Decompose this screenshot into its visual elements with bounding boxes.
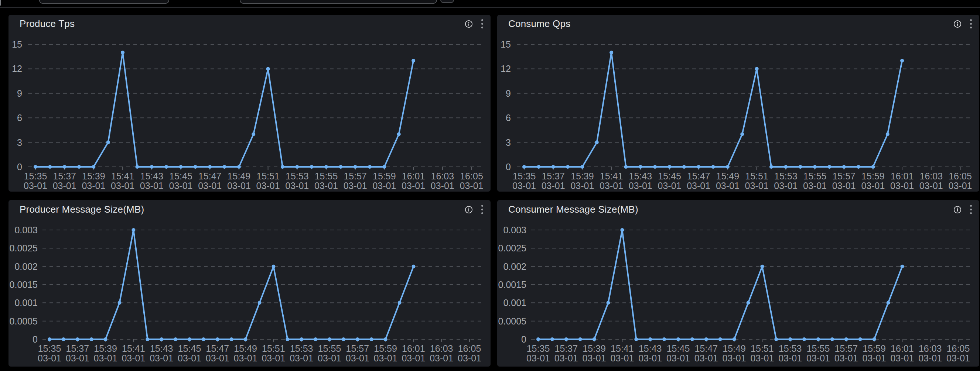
data-point <box>760 265 764 268</box>
data-point <box>216 338 220 341</box>
data-point <box>382 165 386 169</box>
info-icon[interactable] <box>953 206 961 214</box>
data-point <box>705 338 708 341</box>
x-axis-time-label: 15:59 <box>374 343 397 354</box>
x-axis-date-label: 03-01 <box>82 181 105 191</box>
data-point <box>634 338 638 341</box>
data-point <box>272 265 275 268</box>
data-point <box>310 165 313 169</box>
data-point <box>412 59 415 62</box>
y-axis-label: 15 <box>501 39 511 49</box>
x-axis-time-label: 15:59 <box>862 343 886 354</box>
x-axis-date-label: 03-01 <box>401 353 425 363</box>
x-axis-time-label: 15:53 <box>774 171 797 181</box>
x-axis-time-label: 15:59 <box>861 171 885 181</box>
x-axis-time-label: 15:39 <box>82 171 105 181</box>
line-chart-consume-qps[interactable]: 0369121515:3503-0115:3703-0115:3903-0115… <box>497 33 979 192</box>
x-axis-date-label: 03-01 <box>834 353 858 363</box>
line-chart-produce-tps[interactable]: 0369121515:3503-0115:3703-0115:3903-0115… <box>8 33 490 192</box>
x-axis-date-label: 03-01 <box>430 353 453 363</box>
line-chart-producer-message-size[interactable]: 00.00050.0010.00150.0020.00250.00315:350… <box>8 219 490 366</box>
y-axis-label: 0.002 <box>503 262 527 272</box>
x-axis-date-label: 03-01 <box>918 353 942 363</box>
data-point <box>624 165 628 169</box>
series-line <box>35 52 414 167</box>
x-axis-date-label: 03-01 <box>206 353 229 363</box>
x-axis-time-label: 16:05 <box>460 171 483 181</box>
x-axis-time-label: 16:03 <box>430 343 453 354</box>
panel-consume-qps: Consume Qps 0369121515:3503-0115:3703-01… <box>497 15 979 192</box>
x-axis-time-label: 15:39 <box>571 171 594 181</box>
x-axis-date-label: 03-01 <box>947 353 970 363</box>
toolbar-mini-button[interactable] <box>440 0 454 3</box>
data-point <box>179 165 183 169</box>
info-icon[interactable] <box>465 20 473 28</box>
data-point <box>606 301 610 304</box>
data-point <box>295 165 299 169</box>
data-point <box>118 301 121 304</box>
x-axis-date-label: 03-01 <box>460 181 484 191</box>
data-point <box>48 338 51 341</box>
line-chart-consumer-message-size[interactable]: 00.00050.0010.00150.0020.00250.00315:350… <box>497 219 979 366</box>
y-axis-label: 0.002 <box>14 262 38 272</box>
data-point <box>299 338 303 341</box>
x-axis-date-label: 03-01 <box>150 353 173 363</box>
x-axis-time-label: 15:51 <box>256 171 280 181</box>
x-axis-date-label: 03-01 <box>745 181 769 191</box>
data-point <box>313 338 317 341</box>
x-axis-time-label: 15:57 <box>835 343 858 354</box>
data-point <box>48 165 52 169</box>
x-axis-date-label: 03-01 <box>198 181 222 191</box>
info-icon[interactable] <box>953 20 961 28</box>
x-axis-time-label: 15:55 <box>803 171 827 181</box>
data-point <box>536 338 540 341</box>
x-axis-time-label: 15:37 <box>555 343 578 354</box>
x-axis-time-label: 15:41 <box>611 343 634 354</box>
data-point <box>63 165 67 169</box>
toolbar-input-left[interactable] <box>39 0 169 4</box>
x-axis-time-label: 16:01 <box>891 171 914 181</box>
kebab-menu-icon[interactable] <box>479 18 485 30</box>
kebab-menu-icon[interactable] <box>968 203 974 216</box>
x-axis-date-label: 03-01 <box>140 181 164 191</box>
left-edge-mark <box>0 0 1 6</box>
x-axis-time-label: 15:37 <box>53 171 76 181</box>
data-point <box>92 165 95 169</box>
x-axis-time-label: 15:45 <box>169 171 192 181</box>
x-axis-date-label: 03-01 <box>638 353 662 363</box>
y-axis-label: 15 <box>12 39 22 49</box>
y-axis-label: 0.0005 <box>498 316 527 326</box>
x-axis-date-label: 03-01 <box>94 353 118 363</box>
data-point <box>886 132 889 136</box>
x-axis-time-label: 15:43 <box>629 171 652 181</box>
kebab-menu-icon[interactable] <box>479 203 485 216</box>
x-axis-time-label: 15:47 <box>206 343 229 354</box>
y-axis-label: 0.0025 <box>498 243 527 253</box>
data-point <box>397 132 401 136</box>
x-axis-time-label: 15:49 <box>234 343 257 354</box>
data-point <box>412 265 415 268</box>
data-point <box>258 301 261 304</box>
data-point <box>342 338 345 341</box>
data-point <box>580 165 584 169</box>
panel-header: Consumer Message Size(MB) <box>497 200 979 219</box>
data-point <box>353 165 357 169</box>
data-point <box>230 338 234 341</box>
x-axis-time-label: 15:35 <box>527 343 550 354</box>
data-point <box>286 338 289 341</box>
data-point <box>711 165 715 169</box>
x-axis-date-label: 03-01 <box>722 353 746 363</box>
data-point <box>146 338 149 341</box>
x-axis-time-label: 16:01 <box>891 343 914 354</box>
data-point <box>719 338 722 341</box>
data-point <box>208 165 212 169</box>
x-axis-time-label: 15:55 <box>807 343 830 354</box>
info-icon[interactable] <box>465 206 473 214</box>
toolbar-input-right[interactable] <box>240 0 437 4</box>
data-point <box>194 165 197 169</box>
data-point <box>746 301 750 304</box>
y-axis-label: 0.0005 <box>10 316 38 326</box>
kebab-menu-icon[interactable] <box>968 18 974 30</box>
x-axis-date-label: 03-01 <box>541 181 565 191</box>
data-point <box>662 338 666 341</box>
